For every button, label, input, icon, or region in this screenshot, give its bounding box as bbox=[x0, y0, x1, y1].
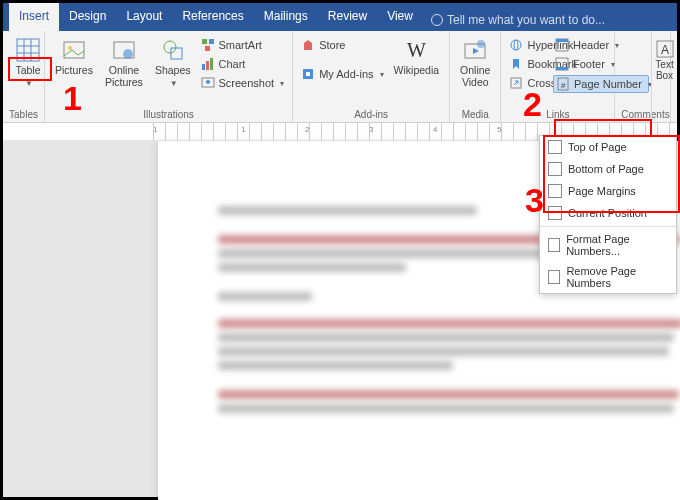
menu-format-page-numbers[interactable]: Format Page Numbers... bbox=[540, 229, 676, 261]
chevron-down-icon: ▾ bbox=[615, 41, 619, 50]
wikipedia-icon: W bbox=[403, 37, 429, 63]
bookmark-icon bbox=[509, 57, 523, 71]
svg-point-23 bbox=[477, 40, 485, 48]
group-tables: Table ▼ Tables bbox=[3, 31, 45, 122]
tab-view[interactable]: View bbox=[377, 3, 423, 31]
online-pictures-button[interactable]: Online Pictures bbox=[101, 35, 147, 90]
svg-rect-5 bbox=[64, 42, 84, 58]
svg-rect-20 bbox=[306, 72, 310, 76]
marker-1: 1 bbox=[63, 79, 82, 118]
svg-rect-13 bbox=[205, 46, 210, 51]
page-margins-icon bbox=[548, 184, 562, 198]
online-video-button[interactable]: Online Video bbox=[456, 35, 494, 90]
svg-rect-0 bbox=[17, 39, 39, 61]
store-button[interactable]: Store bbox=[299, 37, 385, 53]
svg-rect-12 bbox=[209, 39, 214, 44]
svg-rect-10 bbox=[171, 48, 182, 59]
screenshot-icon bbox=[201, 76, 215, 90]
svg-text:#: # bbox=[561, 81, 566, 90]
chevron-down-icon: ▾ bbox=[611, 60, 615, 69]
smartart-button[interactable]: SmartArt bbox=[199, 37, 287, 53]
screenshot-button[interactable]: Screenshot ▾ bbox=[199, 75, 287, 91]
svg-point-18 bbox=[206, 80, 210, 84]
chevron-down-icon: ▼ bbox=[25, 79, 33, 88]
bottom-of-page-icon bbox=[548, 162, 562, 176]
svg-rect-30 bbox=[556, 67, 568, 70]
page-number-icon: # bbox=[556, 77, 570, 91]
video-icon bbox=[462, 37, 488, 63]
tab-insert[interactable]: Insert bbox=[9, 3, 59, 31]
svg-rect-11 bbox=[202, 39, 207, 44]
header-button[interactable]: Header ▾ bbox=[553, 37, 649, 53]
wikipedia-button[interactable]: W Wikipedia bbox=[390, 35, 444, 79]
svg-point-9 bbox=[164, 41, 176, 53]
menu-separator bbox=[540, 226, 676, 227]
tab-review[interactable]: Review bbox=[318, 3, 377, 31]
group-media: Online Video Media bbox=[450, 31, 501, 122]
menu-bottom-of-page[interactable]: Bottom of Page bbox=[540, 158, 676, 180]
group-illustrations: Pictures Online Pictures Shapes ▼ SmartA… bbox=[45, 31, 293, 122]
page-number-button[interactable]: # Page Number ▾ bbox=[553, 75, 649, 93]
page-number-menu: Top of Page Bottom of Page Page Margins … bbox=[539, 135, 677, 294]
hyperlink-icon bbox=[509, 38, 523, 52]
cross-reference-icon bbox=[509, 76, 523, 90]
group-addins: Store My Add-ins ▾ W Wikipedia Add-ins bbox=[293, 31, 450, 122]
svg-marker-22 bbox=[473, 48, 479, 54]
footer-icon bbox=[555, 57, 569, 71]
svg-text:A: A bbox=[661, 43, 669, 57]
svg-rect-28 bbox=[556, 39, 568, 42]
chevron-down-icon: ▼ bbox=[170, 79, 178, 88]
svg-point-8 bbox=[123, 49, 133, 59]
my-addins-button[interactable]: My Add-ins ▾ bbox=[299, 66, 385, 82]
pictures-button[interactable]: Pictures bbox=[51, 35, 97, 79]
word-window: Insert Design Layout References Mailings… bbox=[0, 0, 680, 500]
svg-point-24 bbox=[511, 40, 521, 50]
shapes-icon bbox=[160, 37, 186, 63]
chevron-down-icon: ▾ bbox=[380, 70, 384, 79]
group-text-partial: A Text Box bbox=[651, 31, 677, 123]
tab-references[interactable]: References bbox=[172, 3, 253, 31]
smartart-icon bbox=[201, 38, 215, 52]
menu-page-margins[interactable]: Page Margins bbox=[540, 180, 676, 202]
ribbon: Table ▼ Tables Pictures Online Pictures … bbox=[3, 31, 677, 123]
store-icon bbox=[301, 38, 315, 52]
chevron-down-icon: ▾ bbox=[280, 79, 284, 88]
top-of-page-icon bbox=[548, 140, 562, 154]
tab-layout[interactable]: Layout bbox=[116, 3, 172, 31]
ribbon-tabs: Insert Design Layout References Mailings… bbox=[3, 3, 677, 31]
footer-button[interactable]: Footer ▾ bbox=[553, 56, 649, 72]
group-header-footer: Header ▾ Footer ▾ # Page Number ▾ bbox=[551, 31, 651, 95]
tab-mailings[interactable]: Mailings bbox=[254, 3, 318, 31]
tell-me-placeholder: Tell me what you want to do... bbox=[447, 13, 605, 27]
pictures-icon bbox=[61, 37, 87, 63]
addins-icon bbox=[301, 67, 315, 81]
header-icon bbox=[555, 38, 569, 52]
svg-point-6 bbox=[68, 46, 72, 50]
table-icon bbox=[15, 37, 41, 63]
table-button[interactable]: Table ▼ bbox=[9, 35, 47, 90]
svg-rect-16 bbox=[210, 58, 213, 70]
svg-rect-14 bbox=[202, 64, 205, 70]
tell-me-search[interactable]: Tell me what you want to do... bbox=[423, 3, 677, 31]
tab-design[interactable]: Design bbox=[59, 3, 116, 31]
chart-button[interactable]: Chart bbox=[199, 56, 287, 72]
remove-page-numbers-icon bbox=[548, 270, 560, 284]
chart-icon bbox=[201, 57, 215, 71]
online-pictures-icon bbox=[111, 37, 137, 63]
lightbulb-icon bbox=[431, 14, 443, 26]
shapes-button[interactable]: Shapes ▼ bbox=[151, 35, 195, 90]
svg-rect-15 bbox=[206, 61, 209, 70]
format-page-numbers-icon bbox=[548, 238, 560, 252]
current-position-icon bbox=[548, 206, 562, 220]
text-box-icon: A bbox=[655, 39, 675, 59]
marker-3: 3 bbox=[525, 181, 544, 220]
menu-current-position[interactable]: Current Position bbox=[540, 202, 676, 224]
menu-top-of-page[interactable]: Top of Page bbox=[540, 136, 676, 158]
svg-point-25 bbox=[514, 40, 518, 50]
marker-2: 2 bbox=[523, 85, 542, 124]
menu-remove-page-numbers[interactable]: Remove Page Numbers bbox=[540, 261, 676, 293]
